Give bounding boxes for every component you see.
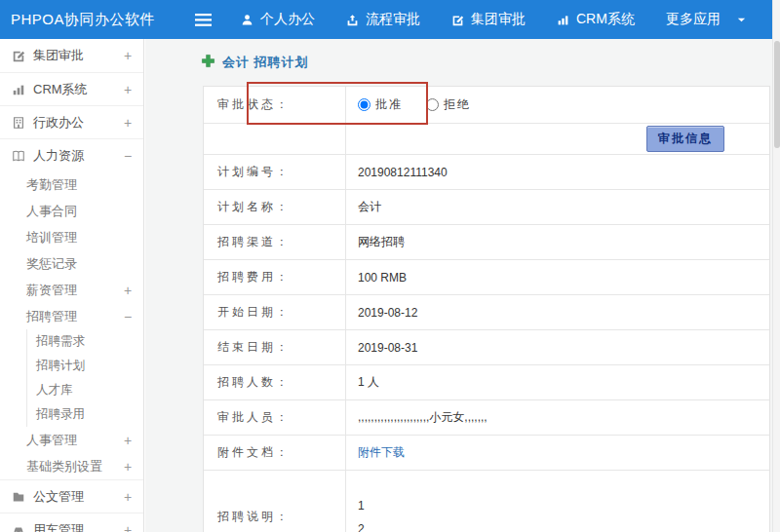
field-label: 计划名称： (204, 190, 346, 224)
sidebar-item-label: 行政办公 (33, 114, 84, 132)
page-title-bar: 会计 招聘计划 (145, 39, 772, 86)
sidebar-item-hr[interactable]: 人力资源 − (0, 138, 143, 171)
sidebar-item-label: 集团审批 (33, 47, 84, 64)
field-label-empty (204, 124, 346, 154)
expand-toggle[interactable]: + (122, 283, 134, 298)
field-label: 结束日期： (204, 330, 346, 364)
edit-icon (451, 14, 464, 26)
button-cell: 审批信息 (346, 124, 769, 154)
field-value: 1 人 (346, 365, 769, 399)
form-row-channel: 招聘渠道： 网络招聘 (204, 225, 769, 260)
collapse-toggle[interactable]: − (122, 148, 134, 164)
person-icon (241, 14, 254, 26)
nav-item-label: 集团审批 (471, 11, 526, 28)
collapse-toggle[interactable]: − (122, 309, 134, 324)
field-label: 招聘渠道： (204, 225, 346, 259)
description-line: 1 (358, 499, 365, 513)
page-scrollbar[interactable] (772, 0, 780, 532)
sidebar-item-document-mgmt[interactable]: 公文管理 + (0, 479, 143, 513)
nav-item-label: CRM系统 (576, 11, 635, 28)
sidebar-item-label: 人事管理 (26, 432, 77, 449)
sidebar-item-recruit-hire[interactable]: 招聘录用 (27, 402, 143, 427)
approval-info-button[interactable]: 审批信息 (646, 126, 724, 152)
radio-reject[interactable]: 拒绝 (426, 96, 471, 113)
app-brand[interactable]: PHPOA协同办公软件 (0, 11, 187, 29)
radio-approve[interactable]: 批准 (358, 96, 403, 113)
edit-icon (12, 49, 25, 62)
radio-reject-input[interactable] (426, 98, 439, 111)
folder-icon (12, 490, 25, 504)
sidebar-item-base-category[interactable]: 基础类别设置 + (0, 453, 143, 479)
form-row-headcount: 招聘人数： 1 人 (204, 365, 769, 400)
sidebar-item-label: 公文管理 (33, 488, 84, 506)
sidebar-item-recruit-demand[interactable]: 招聘需求 (27, 329, 143, 354)
sidebar-item-hr-contract[interactable]: 人事合同 (0, 198, 143, 224)
sidebar-item-crm[interactable]: CRM系统 + (0, 72, 143, 105)
nav-item-more-apps[interactable]: 更多应用 (650, 0, 762, 39)
sidebar-item-talent-pool[interactable]: 人才库 (27, 378, 143, 402)
radio-approve-label: 批准 (375, 96, 403, 113)
expand-toggle[interactable]: + (122, 433, 134, 448)
field-value: 附件下载 (346, 436, 769, 470)
sidebar-item-label: 人才库 (36, 382, 73, 399)
sidebar-item-attendance[interactable]: 考勤管理 (0, 171, 143, 198)
sidebar-item-label: 薪资管理 (26, 282, 77, 299)
expand-toggle[interactable]: + (122, 522, 134, 532)
form-row-plan-number: 计划编号： 20190812111340 (204, 155, 769, 190)
expand-toggle[interactable]: + (122, 115, 134, 131)
field-label: 计划编号： (204, 155, 346, 189)
approval-status-options: 批准 拒绝 (346, 87, 769, 123)
form-row-start-date: 开始日期： 2019-08-12 (204, 295, 769, 330)
approval-button-row: 审批信息 (204, 124, 769, 155)
expand-toggle[interactable]: + (122, 489, 134, 505)
sidebar-item-label: 考勤管理 (26, 176, 77, 194)
sidebar-item-label: 招聘需求 (36, 333, 85, 350)
nav-item-workflow-approval[interactable]: 流程审批 (331, 0, 436, 39)
approval-status-row: 审批状态： 批准 拒绝 (204, 87, 769, 124)
sidebar-item-vehicle[interactable]: 用车管理 + (0, 513, 143, 532)
sidebar-item-salary[interactable]: 薪资管理 + (0, 277, 143, 303)
nav-item-label: 流程审批 (366, 11, 420, 28)
expand-toggle[interactable]: + (122, 48, 134, 63)
field-value: 1 2 (346, 471, 769, 532)
nav-item-group-approval[interactable]: 集团审批 (436, 0, 541, 39)
form-row-cost: 招聘费用： 100 RMB (204, 260, 769, 295)
sidebar-item-label: 人事合同 (26, 203, 77, 220)
sidebar-item-admin-office[interactable]: 行政办公 + (0, 105, 143, 138)
sidebar-item-recruit-plan[interactable]: 招聘计划 (27, 354, 143, 378)
nav-item-personal-office[interactable]: 个人办公 (225, 0, 331, 39)
field-label: 招聘人数： (204, 365, 346, 399)
add-icon (201, 54, 215, 72)
field-value: 20190812111340 (346, 155, 769, 189)
sidebar-item-recruitment[interactable]: 招聘管理 − (0, 303, 143, 329)
sidebar-item-label: 用车管理 (33, 521, 84, 532)
scrollbar-thumb[interactable] (774, 41, 780, 148)
expand-toggle[interactable]: + (122, 82, 134, 97)
book-icon (12, 149, 25, 163)
sidebar-item-label: 基础类别设置 (26, 458, 102, 475)
hamburger-menu-icon[interactable] (195, 14, 212, 26)
nav-item-crm[interactable]: CRM系统 (541, 0, 650, 39)
field-value: 2019-08-31 (346, 330, 769, 364)
sidebar-item-label: CRM系统 (33, 81, 88, 98)
sidebar-item-label: 培训管理 (26, 229, 77, 247)
sidebar-item-personnel[interactable]: 人事管理 + (0, 427, 143, 453)
sidebar-item-rewards-record[interactable]: 奖惩记录 (0, 250, 143, 277)
bar-chart-icon (12, 83, 25, 96)
attachment-download-link[interactable]: 附件下载 (358, 444, 405, 461)
field-label: 招聘费用： (204, 260, 346, 294)
building-icon (12, 116, 25, 130)
radio-approve-input[interactable] (358, 98, 370, 111)
top-navbar: PHPOA协同办公软件 个人办公 流程审批 集团审批 CRM系统 更多应用 (0, 0, 780, 39)
sidebar-item-label: 人力资源 (33, 147, 84, 165)
sidebar-item-group-approval[interactable]: 集团审批 + (0, 39, 143, 72)
field-label: 开始日期： (204, 295, 346, 329)
field-value: 100 RMB (346, 260, 769, 294)
field-label: 审批人员： (204, 400, 346, 435)
nav-item-label: 更多应用 (666, 11, 721, 28)
sidebar-item-label: 招聘管理 (26, 308, 77, 325)
form-row-plan-name: 计划名称： 会计 (204, 190, 769, 225)
expand-toggle[interactable]: + (122, 459, 134, 475)
sidebar-item-training[interactable]: 培训管理 (0, 224, 143, 250)
chevron-down-icon (736, 15, 747, 25)
